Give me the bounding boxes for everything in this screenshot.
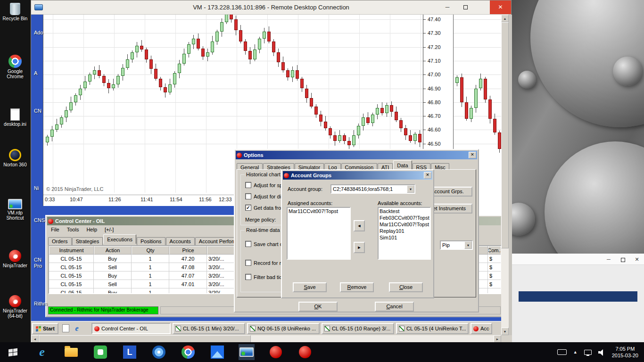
desktop-icon-norton[interactable]: Norton 360 (0, 149, 30, 167)
taskbar-button[interactable]: Control Center - OIL (91, 323, 171, 334)
account-group-combo[interactable]: C2;748384516;lora5768;1 ▼ (330, 184, 415, 194)
start-button[interactable]: Start (32, 323, 58, 334)
taskbar-icon-explorer[interactable] (63, 344, 79, 360)
taskbar-icon-photos[interactable] (209, 344, 225, 360)
close-button[interactable]: ✕ (490, 0, 511, 14)
list-item[interactable]: Backtest (379, 208, 430, 214)
checkbox[interactable] (245, 241, 251, 247)
ok-button[interactable]: OK (298, 302, 338, 312)
taskbar-icon-chrome[interactable] (180, 344, 196, 360)
column-header-instrument[interactable]: Instrument (49, 246, 94, 255)
background-window[interactable]: ─ ✕ (512, 254, 644, 342)
rdp-horizontal-scrollbar[interactable]: ◄ ► (31, 335, 501, 343)
dropdown-arrow-icon[interactable]: ▼ (407, 185, 414, 193)
checkbox[interactable] (245, 193, 251, 199)
tray-expand-icon[interactable]: ▲ (573, 350, 578, 354)
column-header-com[interactable]: Com... (488, 246, 502, 255)
save-button[interactable]: Save (293, 282, 327, 292)
taskbar-icon-green-app[interactable] (92, 344, 108, 360)
candle (225, 15, 228, 22)
account-groups-titlebar[interactable]: Account Groups ✕ (283, 171, 432, 180)
menu-tools[interactable]: Tools (63, 226, 83, 234)
checkbox[interactable] (245, 260, 251, 266)
gridline (43, 102, 423, 103)
list-item[interactable]: Replay101 (379, 228, 430, 234)
tab-orders[interactable]: Orders (48, 237, 72, 245)
desktop-icon-vm-rdp[interactable]: VM.rdp Shortcut (0, 199, 30, 221)
menu-help[interactable]: Help (83, 226, 101, 234)
checkbox[interactable] (245, 182, 251, 188)
tab-accounts[interactable]: Accounts (166, 237, 195, 245)
host-start-button[interactable] (5, 344, 21, 360)
taskbar-icon-lenovo[interactable]: L (122, 344, 138, 360)
desktop-icon-ninjatrader-64[interactable]: NinjaTrader (64-bit) (0, 295, 30, 319)
taskbar-icon-disc[interactable] (151, 344, 167, 360)
scroll-right-button[interactable]: ► (494, 335, 501, 343)
maximize-button[interactable] (617, 255, 629, 263)
volume-icon[interactable] (598, 349, 605, 355)
rdp-vertical-scrollbar[interactable]: ▲ ▼ (501, 15, 509, 335)
cancel-button[interactable]: Cancel (375, 302, 414, 312)
assigned-accounts-list[interactable]: Mar11CCvit007!Topst (287, 207, 351, 260)
clock[interactable]: 7:05 PM 2015-03-20 (612, 346, 638, 359)
close-button[interactable]: Close (389, 282, 423, 292)
taskbar-button[interactable]: CL 05-15 (10 Range) 3/... (322, 323, 394, 334)
tab-data[interactable]: Data (393, 160, 412, 170)
quicklaunch-icon-ie[interactable]: e (73, 324, 81, 333)
vertical-scroll-thumb[interactable] (501, 22, 509, 248)
taskbar-icon-rdp[interactable] (239, 344, 255, 360)
taskbar-button[interactable]: Accou (471, 323, 492, 334)
move-right-button[interactable]: ► (354, 242, 365, 253)
taskbar-button[interactable]: NQ 06-15 (8 UniRenko ... (247, 323, 320, 334)
account-groups-title: Account Groups (291, 173, 422, 178)
scroll-down-button[interactable]: ▼ (501, 328, 509, 335)
chart-copyright: © 2015 NinjaTrader, LLC (46, 186, 103, 192)
quicklaunch-icon-document[interactable] (62, 324, 69, 332)
minimize-button[interactable]: ─ (438, 0, 456, 14)
move-left-button[interactable]: ◄ (354, 220, 365, 231)
menu-[interactable]: [+/-] (101, 226, 117, 234)
table-cell: 1 (132, 263, 169, 272)
available-accounts-list[interactable]: BacktestFeb03CCvit007!TopstMar11CCvit007… (378, 207, 431, 260)
taskbar-icon-ie[interactable]: e (34, 344, 50, 360)
column-header-price[interactable]: Price (169, 246, 207, 255)
taskbar-button[interactable]: CL 05-15 (4 UniRenko T... (396, 323, 469, 334)
minimize-button[interactable]: ─ (603, 255, 615, 263)
table-cell: $ (488, 272, 502, 280)
maximize-button[interactable] (456, 0, 474, 14)
list-item[interactable]: Feb03CCvit007!Topst (379, 214, 430, 221)
desktop-icon-ninjatrader[interactable]: NinjaTrader (0, 250, 30, 268)
list-item[interactable]: Mar11CCvit007!Topst (288, 208, 350, 214)
desktop-icon-recycle-bin[interactable]: Recycle Bin (0, 3, 30, 21)
dropdown-arrow-icon[interactable]: ▼ (464, 241, 472, 249)
horizontal-scroll-thumb[interactable] (39, 335, 251, 343)
scroll-up-button[interactable]: ▲ (501, 15, 509, 22)
tab-executions[interactable]: Executions (103, 234, 136, 244)
desktop-icon-desktop-ini[interactable]: desktop.ini (0, 108, 30, 127)
tab-strategies[interactable]: Strategies (72, 237, 103, 245)
taskbar-button[interactable]: CL 05-15 (1 Min) 3/20/... (173, 323, 245, 334)
gridline (454, 74, 501, 75)
network-icon[interactable] (584, 350, 592, 355)
pip-dropdown[interactable]: Pip ▼ (440, 240, 473, 250)
menu-file[interactable]: File (47, 226, 63, 234)
remove-button[interactable]: Remove (340, 282, 374, 292)
account-groups-close-button[interactable]: ✕ (424, 172, 431, 179)
checkbox[interactable]: ✓ (245, 205, 251, 211)
price-label: 47.30 (428, 30, 441, 36)
list-item[interactable]: Sim101 (379, 234, 430, 241)
tab-positions[interactable]: Positions (137, 237, 165, 245)
keyboard-icon[interactable] (557, 349, 567, 355)
taskbar-icon-ninjatrader-1[interactable] (268, 344, 284, 360)
chrome-icon (8, 55, 22, 68)
column-header-qty[interactable]: Qty (132, 246, 169, 255)
candle (74, 95, 77, 102)
scroll-left-button[interactable]: ◄ (31, 335, 39, 343)
column-header-action[interactable]: Action (94, 246, 132, 255)
rdp-titlebar[interactable]: VM - 173.228.136.101:896 - Remote Deskto… (31, 0, 511, 15)
list-item[interactable]: Mar11CCvit007!Topst (379, 221, 430, 228)
taskbar-icon-ninjatrader-2[interactable] (297, 344, 313, 360)
close-button[interactable]: ✕ (631, 255, 643, 263)
desktop-icon-chrome[interactable]: Google Chrome (0, 55, 30, 79)
checkbox[interactable] (245, 274, 251, 280)
